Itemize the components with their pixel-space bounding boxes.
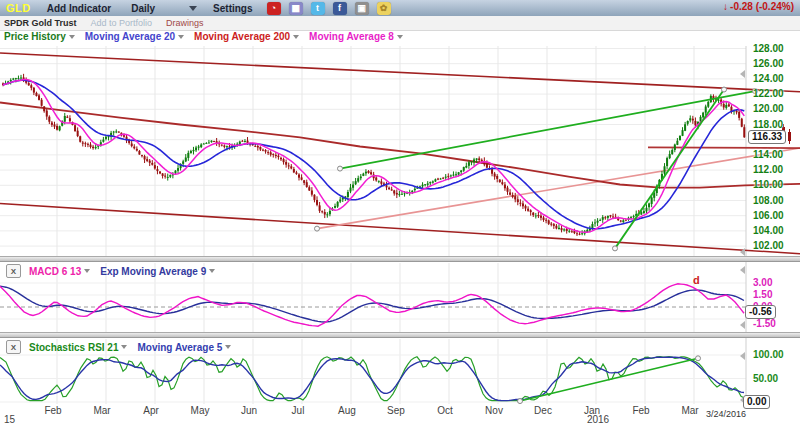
stoch-tick-label: 100.00 [753,349,784,360]
chevron-down-icon [189,6,197,11]
macd-signal-line [0,286,744,322]
drawing-handle[interactable] [613,246,618,251]
month-axis-label: Jul [278,405,318,416]
change-value: -0.28 (-0.24%) [730,1,794,12]
macd-tick-label: 3.00 [753,277,772,288]
chevron-down-icon [293,35,299,39]
month-axis-label: Feb [33,405,73,416]
last-price-box: 116.33 [748,130,786,144]
symbol-fullname: SPDR Gold Trust [4,18,77,28]
price-tick-label: 102.00 [753,240,784,251]
close-panel-button[interactable]: X [6,264,21,278]
share-icon[interactable]: ✿ [377,2,391,15]
chevron-down-icon [84,269,90,273]
month-axis-label: Sep [376,405,416,416]
month-axis-label: May [180,405,220,416]
drawing-handle[interactable] [696,356,701,361]
stoch-panel-header: X Stochastics RSI 21 Moving Average 5 [6,340,231,354]
price-tick-label: 128.00 [753,43,784,54]
collapse-arrow-icon[interactable] [740,352,745,360]
add-indicator-button[interactable]: Add Indicator [47,3,111,14]
month-axis-label: Mar [82,405,122,416]
indicator-ma200[interactable]: Moving Average 200 [194,31,299,42]
macd-line [0,284,744,326]
chart-canvas[interactable] [0,0,800,426]
macd-tick-label: 1.50 [753,289,772,300]
chart-application-window: GLD Add Indicator Daily Settings ◔▦tf▣✿ … [0,0,800,426]
collapse-arrow-icon[interactable] [740,321,745,329]
collapse-arrow-icon[interactable] [740,266,745,274]
price-tick-label: 122.00 [753,88,784,99]
month-axis-label: Feb [621,405,661,416]
stoch-value-box: 0.00 [743,395,770,409]
drawing-handle[interactable] [518,399,523,404]
indicator-stochastics-rsi[interactable]: Stochastics RSI 21 [29,342,127,353]
symbol-subbar: SPDR Gold Trust Add to Portfolio Drawing… [0,16,800,31]
indicator-ma5[interactable]: Moving Average 5 [137,342,231,353]
month-axis-label: Jan [572,405,612,416]
interval-dropdown[interactable]: Daily [131,3,197,14]
price-tick-label: 126.00 [753,58,784,69]
price-change-indicator: ↓ -0.28 (-0.24%) [723,1,794,12]
month-axis-label: Mar [670,405,710,416]
toolbar: GLD Add Indicator Daily Settings ◔▦tf▣✿ … [0,0,800,16]
chevron-down-icon [69,35,75,39]
macd-value-box: -0.56 [745,305,776,319]
price-tick-label: 120.00 [753,103,784,114]
collapse-arrow-icon[interactable] [740,248,745,256]
month-axis-label: Aug [327,405,367,416]
panel-splitter[interactable] [0,332,800,338]
month-axis-label: Dec [523,405,563,416]
drawings-link[interactable]: Drawings [166,18,204,28]
chevron-down-icon [397,35,403,39]
interval-value: Daily [131,3,155,14]
add-to-portfolio-link[interactable]: Add to Portfolio [91,18,153,28]
chevron-down-icon [178,35,184,39]
macd-tick-label: -1.50 [753,318,776,329]
drawing-handle[interactable] [722,87,727,92]
macd-panel-header: X MACD 6 13 Exp Moving Average 9 [6,264,215,278]
symbol-label: GLD [6,2,31,14]
price-tick-label: 124.00 [753,73,784,84]
indicator-ma8[interactable]: Moving Average 8 [309,31,403,42]
price-tick-label: 106.00 [753,210,784,221]
month-axis-label: Nov [474,405,514,416]
last-date-label: 3/24/2016 [706,409,746,419]
alarm-icon[interactable]: ◔ [267,2,281,15]
indicator-ma20[interactable]: Moving Average 20 [85,31,184,42]
month-axis-label: Apr [131,405,171,416]
price-tick-label: 114.00 [753,149,783,160]
month-axis-label: Jun [229,405,269,416]
price-panel-header: Price History Moving Average 20 Moving A… [4,31,403,42]
indicator-macd[interactable]: MACD 6 13 [29,266,90,277]
drawing-handle[interactable] [315,226,320,231]
facebook-icon[interactable]: f [333,2,347,15]
drawing-handle[interactable] [338,166,343,171]
collapse-arrow-icon[interactable] [740,70,745,78]
down-arrow-icon: ↓ [723,1,728,12]
cube-icon[interactable]: ▦ [289,2,303,15]
text-annotation-d[interactable]: d [693,274,700,286]
close-panel-button[interactable]: X [6,340,21,354]
indicator-exp-ma9[interactable]: Exp Moving Average 9 [100,266,215,277]
price-tick-label: 108.00 [753,195,784,206]
settings-button[interactable]: Settings [213,3,252,14]
chevron-down-icon [209,269,215,273]
price-tick-label: 112.00 [753,164,783,175]
chevron-down-icon [121,345,127,349]
stoch-tick-label: 50.00 [753,373,778,384]
indicator-price-history[interactable]: Price History [4,31,75,42]
start-year-label: 15 [4,414,15,425]
panel-splitter[interactable] [0,256,800,262]
toolbar-icons: ◔▦tf▣✿ [267,2,391,15]
price-tick-label: 118.00 [753,119,783,130]
last-price-marker [788,132,791,141]
camera-icon[interactable]: ▣ [355,2,369,15]
price-tick-label: 104.00 [753,225,784,236]
month-axis-label: Oct [425,405,465,416]
ma8-line [3,80,744,233]
price-tick-label: 110.00 [753,179,783,190]
chevron-down-icon [225,345,231,349]
twitter-icon[interactable]: t [311,2,325,15]
